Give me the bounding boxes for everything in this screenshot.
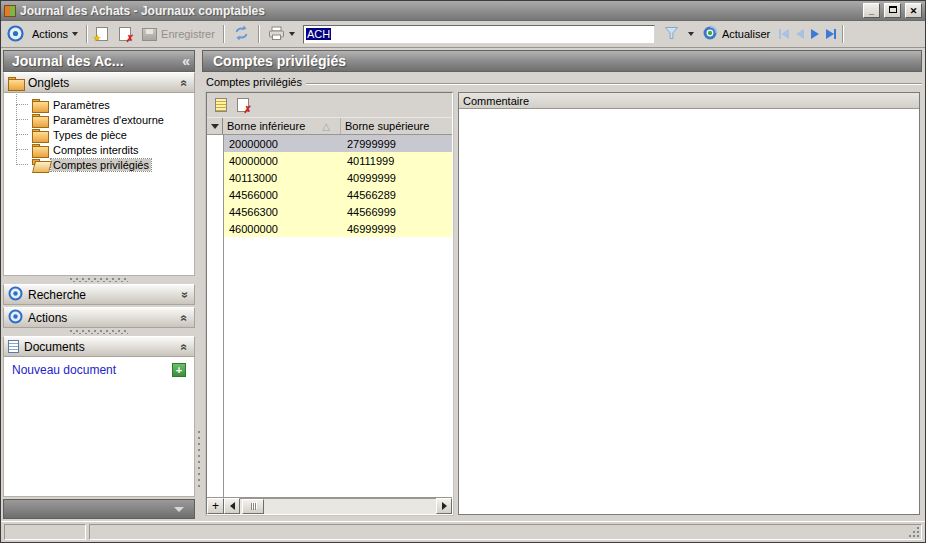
journal-code-selected-text: ACH [306, 28, 331, 40]
folder-icon [32, 144, 47, 156]
filter-dropdown-icon[interactable] [688, 32, 694, 36]
column-header-borne-inferieure[interactable]: Borne inférieure △ [223, 118, 341, 134]
title-bar: Journal des Achats - Journaux comptables… [1, 1, 925, 21]
delete-record-button[interactable] [116, 25, 134, 43]
chevron-double-up-icon[interactable]: « [178, 343, 192, 350]
tree-connector [16, 119, 28, 120]
add-row-button[interactable]: + [207, 498, 224, 514]
cell-borne-superieure[interactable]: 44566999 [342, 203, 452, 220]
column-header-borne-superieure[interactable]: Borne supérieure [341, 118, 452, 134]
close-button[interactable]: ✕ [905, 3, 922, 18]
chevron-double-up-icon[interactable]: « [178, 79, 192, 86]
section-recherche-header[interactable]: Recherche « [3, 284, 195, 305]
comment-panel: Commentaire [458, 92, 920, 515]
section-onglets-header[interactable]: Onglets « [3, 72, 195, 93]
new-row-button[interactable] [215, 98, 227, 112]
table-row[interactable]: 44566000 44566289 [207, 186, 452, 203]
save-label: Enregistrer [161, 28, 215, 40]
tree-item[interactable]: Comptes interdits [4, 142, 194, 157]
scroll-right-button[interactable] [436, 498, 452, 514]
table-row[interactable]: 40000000 40111999 [207, 152, 452, 169]
minimize-button[interactable]: _ [863, 3, 880, 18]
tree-item[interactable]: Paramètres [4, 97, 194, 112]
cell-borne-inferieure[interactable]: 40113000 [224, 169, 342, 186]
refresh-button[interactable]: Actualiser [699, 23, 773, 45]
nav-first-button[interactable] [778, 28, 790, 40]
print-button[interactable] [265, 24, 298, 45]
sidebar-title: Journal des Ac... [12, 53, 182, 69]
arrow-left-icon [796, 29, 804, 39]
chevron-double-up-icon[interactable]: « [178, 314, 192, 321]
sidebar-splitter[interactable] [3, 276, 195, 284]
nav-next-button[interactable] [810, 28, 820, 40]
table-row[interactable]: 40113000 40999999 [207, 169, 452, 186]
nav-previous-button[interactable] [795, 28, 805, 40]
table-row[interactable]: 46000000 46999999 [207, 220, 452, 237]
delete-row-button[interactable] [237, 98, 249, 112]
section-documents-header[interactable]: Documents « [3, 336, 195, 357]
table-row[interactable]: 20000000 27999999 [207, 135, 452, 152]
chevron-double-down-icon[interactable]: « [178, 291, 192, 298]
sidebar-main-splitter[interactable] [195, 50, 202, 519]
sidebar-collapse-button[interactable]: « [182, 53, 190, 69]
sync-button[interactable] [230, 23, 253, 45]
cell-borne-superieure[interactable]: 27999999 [342, 135, 452, 152]
section-actions-header[interactable]: Actions « [3, 307, 195, 328]
tree-item[interactable]: Paramètres d'extourne [4, 112, 194, 127]
actions-menu-button[interactable]: Actions [29, 26, 81, 42]
tree-item[interactable]: Types de pièce [4, 127, 194, 142]
new-document-link[interactable]: Nouveau document [12, 363, 172, 377]
cell-borne-superieure[interactable]: 40111999 [342, 152, 452, 169]
cell-borne-superieure[interactable]: 46999999 [342, 220, 452, 237]
new-document-row: Nouveau document + [12, 363, 186, 377]
app-icon [4, 5, 16, 17]
nav-last-button[interactable] [825, 28, 837, 40]
section-onglets-label: Onglets [28, 76, 176, 90]
sidebar-bottom-bar[interactable] [3, 499, 195, 519]
refresh-label: Actualiser [722, 28, 770, 40]
maximize-button[interactable] [884, 3, 901, 18]
content-area: Journal des Ac... « Onglets « Paramètres… [1, 48, 925, 521]
add-document-button[interactable]: + [172, 363, 186, 377]
new-document-icon [96, 27, 108, 41]
cell-borne-inferieure[interactable]: 40000000 [224, 152, 342, 169]
scrollbar-thumb[interactable] [242, 499, 264, 514]
journal-code-input[interactable]: ACH [303, 25, 655, 44]
tree-item-label: Paramètres d'extourne [51, 114, 166, 126]
cell-borne-inferieure[interactable]: 44566000 [224, 186, 342, 203]
filter-button[interactable] [660, 23, 683, 45]
cell-borne-inferieure[interactable]: 20000000 [224, 135, 342, 152]
section-actions-label: Actions [28, 311, 176, 325]
groupbox-header: Comptes privilégiés [202, 74, 922, 90]
red-x-icon [126, 33, 134, 44]
tree-item-label: Types de pièce [51, 129, 129, 141]
horizontal-scrollbar[interactable] [224, 498, 452, 514]
row-indicator [207, 186, 224, 203]
grid-dropdown-button[interactable] [207, 118, 223, 134]
resize-grip[interactable] [908, 526, 920, 538]
tree-item[interactable]: Comptes privilégiés [4, 157, 194, 172]
sync-icon [233, 25, 250, 43]
row-indicator [207, 203, 224, 220]
column-label: Borne inférieure [227, 120, 305, 132]
cell-borne-inferieure[interactable]: 44566300 [224, 203, 342, 220]
folder-icon [8, 77, 23, 89]
tree-item-label: Paramètres [51, 99, 112, 111]
grid-bottom-bar: + [207, 497, 452, 514]
groupbox-line [306, 83, 922, 85]
cell-borne-inferieure[interactable]: 46000000 [224, 220, 342, 237]
sort-ascending-icon: △ [322, 121, 336, 132]
table-row[interactable]: 44566300 44566999 [207, 203, 452, 220]
main-toolbar: Actions Enregistrer ACH [1, 21, 925, 48]
toolbar-separator [223, 25, 225, 43]
arrow-right-icon [811, 29, 819, 39]
comment-textarea[interactable] [459, 109, 919, 514]
save-button[interactable]: Enregistrer [139, 26, 218, 43]
cell-borne-superieure[interactable]: 40999999 [342, 169, 452, 186]
cell-borne-superieure[interactable]: 44566289 [342, 186, 452, 203]
sidebar-splitter[interactable] [3, 328, 195, 336]
scrollbar-track[interactable] [240, 498, 436, 514]
document-icon [8, 340, 19, 353]
new-record-button[interactable] [93, 25, 111, 43]
scroll-left-button[interactable] [224, 498, 240, 514]
